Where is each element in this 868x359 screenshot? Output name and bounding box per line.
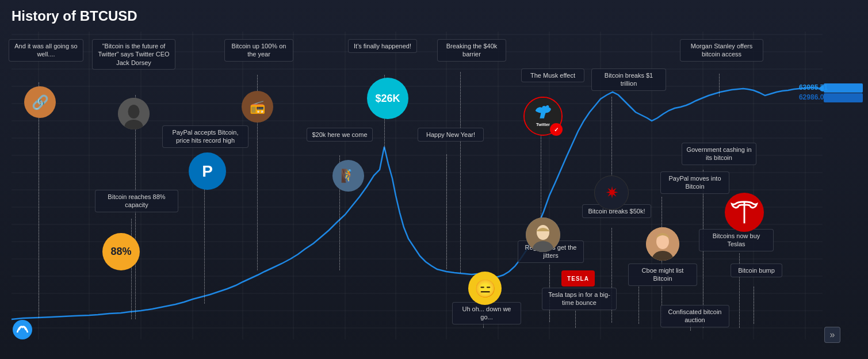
annotation-8: Morgan Stanley offers bitcoin access: [680, 39, 763, 62]
vline-8: [719, 74, 720, 97]
annotation-7: Bitcoin breaks $1 trillion: [591, 68, 666, 91]
annotation-4: It's finally happened!: [348, 39, 417, 53]
annotation-22: Confiscated bitcoin auction: [660, 305, 729, 327]
svg-point-38: [128, 105, 140, 119]
current-price-high: 63085.71: [799, 83, 828, 91]
icon-star-burst: ✴: [594, 175, 629, 210]
icon-regulator: [526, 217, 560, 252]
vline-7: [611, 97, 612, 180]
annotation-20: Tesla taps in for a big-time bounce: [542, 288, 617, 310]
vline-19: [754, 287, 754, 324]
annotation-9: PayPal accepts Bitcoin, price hits recor…: [162, 125, 248, 148]
icon-tesla: [725, 193, 764, 232]
icon-88-percent: 88%: [102, 233, 140, 270]
vline-5: [460, 72, 461, 273]
annotation-6: The Musk effect: [521, 68, 584, 82]
vline-18: [638, 287, 639, 324]
annotation-12: Bitcoin reaches 88% capacity: [95, 190, 178, 212]
icon-jack-dorsey: [118, 98, 150, 129]
annotation-3: Bitcoin up 100% on the year: [224, 39, 293, 62]
icon-tesla-badge: TESLA: [561, 270, 595, 287]
annotation-21: Uh oh... down we go...: [452, 302, 521, 324]
vline-12: [131, 219, 132, 319]
current-price-low: 62986.09: [799, 93, 828, 101]
svg-rect-35: [824, 83, 863, 93]
chart-container: History of BTCUSD: [0, 0, 868, 359]
icon-restriction: 🔗: [24, 86, 56, 118]
icon-twitter-musk: Twitter ✓: [523, 97, 563, 136]
icon-26k: $26K: [367, 78, 408, 119]
svg-rect-36: [824, 93, 863, 102]
icon-radio: 📻: [242, 91, 273, 123]
icon-antenna-person: 🧗: [332, 160, 364, 192]
annotation-2: "Bitcoin is the future of Twitter" says …: [92, 39, 175, 70]
annotation-1: And it was all going so well....: [9, 39, 83, 62]
icon-paypal: P: [189, 152, 226, 190]
vline-20: [575, 311, 576, 328]
annotation-15: PayPal moves into Bitcoin: [660, 171, 729, 194]
icon-person-blonde: [646, 227, 679, 261]
svg-text:Twitter: Twitter: [536, 122, 550, 127]
annotation-16: Government cashing in its bitcoin: [682, 143, 756, 165]
annotation-10: $20k here we come: [307, 128, 373, 142]
nav-forward-button[interactable]: »: [824, 327, 840, 343]
annotation-17: Bitcoins now buy Teslas: [699, 229, 774, 251]
vline-11: [446, 154, 447, 269]
annotation-18: Cboe might list Bitcoin: [628, 263, 697, 286]
svg-point-48: [13, 320, 32, 339]
annotation-11: Happy New Year!: [418, 128, 484, 142]
icon-sad-emoji: 😑: [468, 272, 502, 305]
annotation-19: Bitcoin bump: [731, 263, 782, 277]
page-title: History of BTCUSD: [12, 8, 137, 24]
watermark: [13, 320, 32, 342]
annotation-5: Breaking the $40k barrier: [437, 39, 506, 62]
svg-point-43: [537, 225, 549, 240]
